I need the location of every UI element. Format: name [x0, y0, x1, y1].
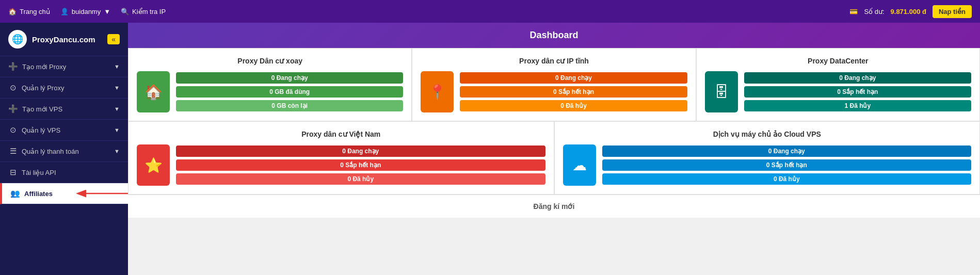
- proxy-stats: 0 Đang chạy 0 Sắp hết hạn 0 Đã hủy: [176, 145, 545, 185]
- stat-cancelled: 1 Đã hủy: [744, 100, 971, 111]
- red-arrow-annotation: [82, 183, 128, 204]
- proxy-card-title: Proxy Dân cư xoay: [137, 57, 403, 65]
- chevron-down-icon: ▼: [114, 127, 120, 133]
- check-ip-nav[interactable]: 🔍 Kiểm tra IP: [121, 8, 166, 15]
- sidebar-item-tai-lieu-api[interactable]: ⊟ Tài liệu API: [0, 162, 128, 183]
- stat-running: 0 Đang chạy: [744, 72, 971, 84]
- collapse-button[interactable]: «: [107, 34, 120, 44]
- user-label: buidanmy: [72, 8, 101, 15]
- proxy-card-title: Dịch vụ máy chủ ảo Cloud VPS: [563, 130, 972, 138]
- proxy-icon: ☁: [563, 144, 596, 186]
- sidebar-item-label: Tạo mới VPS: [22, 105, 62, 113]
- stat-expiring: 0 Sắp hết hạn: [602, 159, 972, 171]
- card-icon: 💳: [849, 8, 858, 15]
- stat-expiring: 0 Sắp hết hạn: [460, 86, 687, 98]
- check-ip-label: Kiểm tra IP: [132, 8, 166, 15]
- sidebar-item-quan-ly-proxy[interactable]: ⊙ Quản lý Proxy ▼: [0, 77, 128, 99]
- proxy-stats: 0 Đang chạy 0 Sắp hết hạn 0 Đã hủy: [460, 72, 687, 111]
- stat-cancelled: 0 Đã hủy: [176, 173, 545, 185]
- proxy-card-body: 🗄 0 Đang chạy 0 Sắp hết hạn 1 Đã hủy: [705, 71, 971, 112]
- sidebar-item-label: Tạo mới Proxy: [22, 63, 66, 71]
- chevron-down-icon: ▼: [114, 85, 120, 91]
- proxy-card-body: ☁ 0 Đang chạy 0 Sắp hết hạn 0 Đã hủy: [563, 144, 972, 186]
- stat-cancelled: 0 Đã hủy: [460, 100, 687, 111]
- home-label: Trang chủ: [20, 8, 50, 15]
- main-content: Dashboard Proxy Dân cư xoay 🏠 0 Đang chạ…: [128, 23, 980, 275]
- logo-icon: 🌐: [8, 30, 27, 48]
- proxy-icon: ⊙: [8, 83, 18, 92]
- stat-running: 0 Đang chạy: [176, 145, 545, 157]
- chevron-down-icon: ▼: [114, 148, 120, 154]
- user-nav[interactable]: 👤 buidanmy ▼: [60, 8, 110, 15]
- proxy-icon: 🏠: [137, 71, 170, 112]
- sidebar-item-label: Affiliates: [24, 190, 53, 198]
- stat-running: 0 Đang chạy: [176, 72, 403, 84]
- affiliates-icon: 👥: [10, 189, 20, 198]
- dashboard-grid-row1: Proxy Dân cư xoay 🏠 0 Đang chạy 0 GB đã …: [128, 48, 980, 121]
- home-icon: 🏠: [8, 8, 17, 15]
- api-icon: ⊟: [8, 168, 18, 177]
- plus-icon: ➕: [8, 62, 18, 71]
- bottom-section: Đăng kí mới: [128, 195, 980, 218]
- nap-tien-button[interactable]: Nap tiền: [933, 5, 972, 18]
- proxy-card-xoay: Proxy Dân cư xoay 🏠 0 Đang chạy 0 GB đã …: [128, 48, 412, 121]
- proxy-icon: ⭐: [137, 144, 170, 186]
- proxy-card-body: ⭐ 0 Đang chạy 0 Sắp hết hạn 0 Đã hủy: [137, 144, 545, 186]
- payment-icon: ☰: [8, 147, 18, 156]
- topbar-right: 💳 Số dư: 9.871.000 đ Nap tiền: [849, 5, 972, 18]
- proxy-card-body: 🏠 0 Đang chạy 0 GB đã dùng 0 GB còn lại: [137, 71, 403, 112]
- sidebar-item-tao-moi-proxy[interactable]: ➕ Tạo mới Proxy ▼: [0, 56, 128, 77]
- proxy-stats: 0 Đang chạy 0 Sắp hết hạn 0 Đã hủy: [602, 145, 972, 185]
- stat-expiring: 0 Sắp hết hạn: [744, 86, 971, 98]
- sidebar-logo: 🌐 ProxyDancu.com «: [0, 23, 128, 56]
- sidebar-item-quan-ly-vps[interactable]: ⊙ Quản lý VPS ▼: [0, 120, 128, 141]
- stat-remaining: 0 GB còn lại: [176, 100, 403, 111]
- dashboard-header: Dashboard: [128, 23, 980, 48]
- sidebar-item-quan-ly-thanh-toan[interactable]: ☰ Quản lý thanh toán ▼: [0, 141, 128, 162]
- stat-running: 0 Đang chạy: [460, 72, 687, 84]
- sidebar-item-label: Quản lý thanh toán: [22, 148, 79, 155]
- layout: 🌐 ProxyDancu.com « ➕ Tạo mới Proxy ▼ ⊙ Q…: [0, 23, 980, 275]
- user-icon: 👤: [60, 8, 69, 15]
- chevron-down-icon: ▼: [114, 106, 120, 112]
- sidebar-item-tao-moi-vps[interactable]: ➕ Tạo mới VPS ▼: [0, 99, 128, 120]
- proxy-card-datacenter: Proxy DataCenter 🗄 0 Đang chạy 0 Sắp hết…: [696, 48, 980, 121]
- proxy-card-viet-nam: Proxy dân cư Việt Nam ⭐ 0 Đang chạy 0 Sắ…: [128, 121, 554, 195]
- dashboard-grid-row2: Proxy dân cư Việt Nam ⭐ 0 Đang chạy 0 Sắ…: [128, 121, 980, 195]
- topbar: 🏠 Trang chủ 👤 buidanmy ▼ 🔍 Kiểm tra IP 💳…: [0, 0, 980, 23]
- sidebar-item-affiliates[interactable]: 👥 Affiliates: [0, 183, 128, 204]
- proxy-icon: 📍: [421, 71, 454, 112]
- dashboard-title: Dashboard: [529, 30, 578, 40]
- logo-text: ProxyDancu.com: [32, 35, 95, 44]
- proxy-card-title: Proxy dân cư Việt Nam: [137, 130, 545, 138]
- chevron-down-icon: ▼: [114, 63, 120, 70]
- balance-amount: 9.871.000 đ: [891, 8, 926, 15]
- balance-label: Số dư:: [864, 8, 884, 15]
- sidebar: 🌐 ProxyDancu.com « ➕ Tạo mới Proxy ▼ ⊙ Q…: [0, 23, 128, 275]
- proxy-card-title: Proxy DataCenter: [705, 57, 971, 65]
- proxy-card-ip-tinh: Proxy dân cư IP tĩnh 📍 0 Đang chạy 0 Sắp…: [412, 48, 696, 121]
- vps-icon: ⊙: [8, 125, 18, 135]
- stat-cancelled: 0 Đã hủy: [602, 173, 972, 185]
- topbar-nav: 🏠 Trang chủ 👤 buidanmy ▼ 🔍 Kiểm tra IP: [8, 8, 166, 15]
- proxy-stats: 0 Đang chạy 0 GB đã dùng 0 GB còn lại: [176, 72, 403, 111]
- stat-expiring: 0 Sắp hết hạn: [176, 159, 545, 171]
- sidebar-item-label: Quản lý Proxy: [22, 84, 64, 92]
- dropdown-icon: ▼: [104, 8, 110, 15]
- proxy-card-cloud-vps: Dịch vụ máy chủ ảo Cloud VPS ☁ 0 Đang ch…: [554, 121, 981, 195]
- bottom-label: Đăng kí mới: [534, 202, 575, 211]
- stat-used: 0 GB đã dùng: [176, 86, 403, 98]
- sidebar-item-label: Quản lý VPS: [22, 126, 60, 134]
- search-icon: 🔍: [121, 8, 129, 15]
- proxy-card-title: Proxy dân cư IP tĩnh: [421, 57, 687, 65]
- plus-icon: ➕: [8, 104, 18, 114]
- home-nav[interactable]: 🏠 Trang chủ: [8, 8, 50, 15]
- stat-running: 0 Đang chạy: [602, 145, 972, 157]
- proxy-icon: 🗄: [705, 71, 738, 112]
- proxy-card-body: 📍 0 Đang chạy 0 Sắp hết hạn 0 Đã hủy: [421, 71, 687, 112]
- sidebar-item-label: Tài liệu API: [22, 169, 56, 176]
- proxy-stats: 0 Đang chạy 0 Sắp hết hạn 1 Đã hủy: [744, 72, 971, 111]
